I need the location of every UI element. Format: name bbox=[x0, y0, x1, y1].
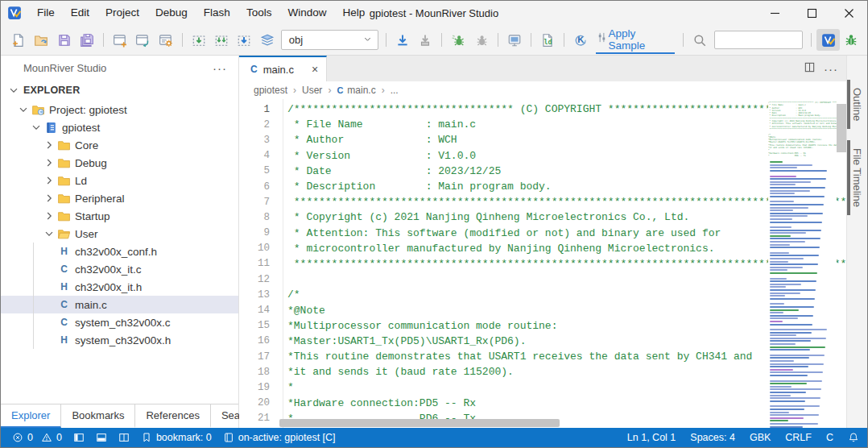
warnings-count[interactable]: 0 bbox=[41, 432, 62, 443]
sidebar-tab-explorer[interactable]: Explorer bbox=[1, 404, 61, 428]
new-project-button[interactable] bbox=[109, 29, 131, 51]
menu-tools[interactable]: Tools bbox=[238, 1, 280, 25]
code-line[interactable]: 7 **************************************… bbox=[239, 194, 846, 209]
explorer-section-header[interactable]: EXPLORER bbox=[1, 80, 238, 101]
code-line[interactable]: 6 * Description : Main program body. bbox=[239, 179, 846, 194]
line-number[interactable]: 7 bbox=[239, 197, 270, 208]
breadcrumb-item--[interactable]: ... bbox=[391, 85, 399, 96]
toggle-sidebar[interactable] bbox=[73, 432, 85, 443]
tree-item-gpiotest[interactable]: gpiotest bbox=[1, 118, 238, 136]
breadcrumb-item-main-c[interactable]: Cmain.c bbox=[337, 85, 375, 96]
code-line[interactable]: 1/*********************************** (C… bbox=[239, 102, 846, 117]
import-project-button[interactable] bbox=[131, 29, 154, 51]
vertical-scrollbar[interactable] bbox=[837, 104, 846, 152]
code-line[interactable]: 18*it and sends it (baud rate 115200). bbox=[239, 364, 846, 380]
code-line[interactable]: 10 * microcontroller manufactured by Nan… bbox=[239, 241, 846, 256]
encoding[interactable]: GBK bbox=[750, 432, 771, 443]
target-config-button[interactable] bbox=[255, 29, 278, 51]
bookmark-status[interactable]: bookmark: 0 bbox=[141, 432, 212, 443]
tree-item-project-gpiotest[interactable]: Project: gpiotest bbox=[1, 101, 238, 118]
more-actions-icon[interactable]: ··· bbox=[824, 62, 838, 76]
build-target-dropdown[interactable]: obj bbox=[281, 30, 378, 50]
line-number[interactable]: 17 bbox=[239, 351, 270, 363]
menu-flash[interactable]: Flash bbox=[196, 1, 238, 25]
line-number[interactable]: 11 bbox=[239, 258, 270, 269]
errors-count[interactable]: 0 bbox=[12, 432, 33, 443]
line-number[interactable]: 3 bbox=[239, 135, 270, 146]
save-button[interactable] bbox=[53, 29, 76, 51]
tree-item-startup[interactable]: Startup bbox=[1, 207, 238, 225]
line-number[interactable]: 20 bbox=[239, 397, 270, 409]
tree-item-ch32v00x-conf-h[interactable]: Hch32v00x_conf.h bbox=[1, 243, 238, 260]
maximize-button[interactable] bbox=[793, 1, 830, 25]
code-line[interactable]: 4 * Version : V1.0.0 bbox=[239, 148, 846, 164]
eol-sequence[interactable]: CRLF bbox=[785, 432, 812, 443]
tree-item-peripheral[interactable]: Peripheral bbox=[1, 189, 238, 207]
stop-debug-button[interactable] bbox=[470, 29, 493, 51]
line-number[interactable]: 10 bbox=[239, 243, 270, 254]
menu-edit[interactable]: Edit bbox=[63, 1, 97, 25]
code-line[interactable]: 3 * Author : WCH bbox=[239, 132, 846, 147]
tree-item-ch32v00x-it-c[interactable]: Cch32v00x_it.c bbox=[1, 260, 238, 278]
code-line[interactable]: 8 * Copyright (c) 2021 Nanjing Qinheng M… bbox=[239, 209, 846, 225]
menu-help[interactable]: Help bbox=[334, 1, 373, 25]
menu-debug[interactable]: Debug bbox=[147, 1, 196, 25]
serial-monitor-button[interactable] bbox=[503, 29, 526, 51]
toggle-split[interactable] bbox=[118, 432, 130, 443]
code-line[interactable]: 19* bbox=[239, 380, 846, 395]
breadcrumb-item-gpiotest[interactable]: gpiotest bbox=[254, 85, 287, 96]
debug-tool-button[interactable] bbox=[840, 29, 862, 51]
toolbar-search-icon[interactable] bbox=[688, 29, 711, 51]
start-debug-button[interactable] bbox=[447, 29, 469, 51]
editor-tab-main-c[interactable]: C main.c × bbox=[239, 56, 327, 81]
breadcrumb-item-user[interactable]: User bbox=[302, 85, 322, 96]
line-number[interactable]: 18 bbox=[239, 367, 270, 378]
tree-item-ch32v00x-it-h[interactable]: Hch32v00x_it.h bbox=[1, 278, 238, 296]
code-line[interactable]: 15*Multiprocessor communication mode rou… bbox=[239, 318, 846, 334]
tree-item-system-ch32v00x-h[interactable]: Hsystem_ch32v00x.h bbox=[1, 331, 238, 349]
line-number[interactable]: 6 bbox=[239, 181, 270, 193]
problems-status[interactable]: 00 bbox=[12, 432, 62, 443]
download-button[interactable] bbox=[391, 29, 414, 51]
tree-item-core[interactable]: Core bbox=[1, 136, 238, 154]
line-number[interactable]: 19 bbox=[239, 382, 270, 393]
build-button[interactable] bbox=[188, 29, 210, 51]
close-button[interactable] bbox=[830, 1, 867, 25]
line-number[interactable]: 16 bbox=[239, 335, 270, 346]
horizontal-scrollbar[interactable] bbox=[279, 419, 560, 427]
line-number[interactable]: 15 bbox=[239, 320, 270, 331]
right-tab-file-timeline[interactable]: File Timeline bbox=[847, 140, 867, 215]
tree-item-system-ch32v00x-c[interactable]: Csystem_ch32v00x.c bbox=[1, 313, 238, 331]
mrs-home-button[interactable] bbox=[816, 29, 839, 51]
sidebar-more-icon[interactable]: ··· bbox=[213, 61, 227, 75]
menu-project[interactable]: Project bbox=[97, 1, 147, 25]
rebuild-button[interactable] bbox=[210, 29, 233, 51]
code-line[interactable]: 16*Master:USART1_Tx(PD5)\USART1_Rx(PD6). bbox=[239, 334, 846, 349]
menu-window[interactable]: Window bbox=[279, 1, 334, 25]
line-number[interactable]: 21 bbox=[239, 413, 270, 424]
menu-file[interactable]: File bbox=[29, 1, 63, 25]
line-number[interactable]: 9 bbox=[239, 227, 270, 239]
language-mode[interactable]: C bbox=[826, 432, 833, 443]
split-editor-icon[interactable] bbox=[804, 61, 816, 77]
open-project-button[interactable] bbox=[30, 29, 52, 51]
code-line[interactable]: 20*Hardware connection:PD5 -- Rx bbox=[239, 396, 846, 411]
toolbar-search-input[interactable] bbox=[714, 31, 803, 49]
line-number[interactable]: 12 bbox=[239, 274, 270, 285]
line-number[interactable]: 8 bbox=[239, 212, 270, 223]
notifications[interactable] bbox=[848, 432, 859, 443]
toggle-panel[interactable] bbox=[96, 432, 107, 443]
close-tab-icon[interactable]: × bbox=[312, 63, 318, 76]
code-line[interactable]: 13/* bbox=[239, 287, 846, 302]
code-line[interactable]: 5 * Date : 2023/12/25 bbox=[239, 164, 846, 179]
line-number[interactable]: 13 bbox=[239, 289, 270, 301]
line-number[interactable]: 5 bbox=[239, 165, 270, 176]
minimap[interactable]: /*********************************** (C)… bbox=[768, 99, 837, 428]
erase-chip-button[interactable] bbox=[414, 29, 436, 51]
code-line[interactable]: 14*@Note bbox=[239, 302, 846, 317]
build-download-button[interactable] bbox=[233, 29, 255, 51]
code-line[interactable]: 2 * File Name : main.c bbox=[239, 117, 846, 132]
line-number[interactable]: 14 bbox=[239, 305, 270, 316]
project-settings-button[interactable] bbox=[154, 29, 176, 51]
code-line[interactable]: 17*This routine demonstrates that USART1… bbox=[239, 349, 846, 364]
